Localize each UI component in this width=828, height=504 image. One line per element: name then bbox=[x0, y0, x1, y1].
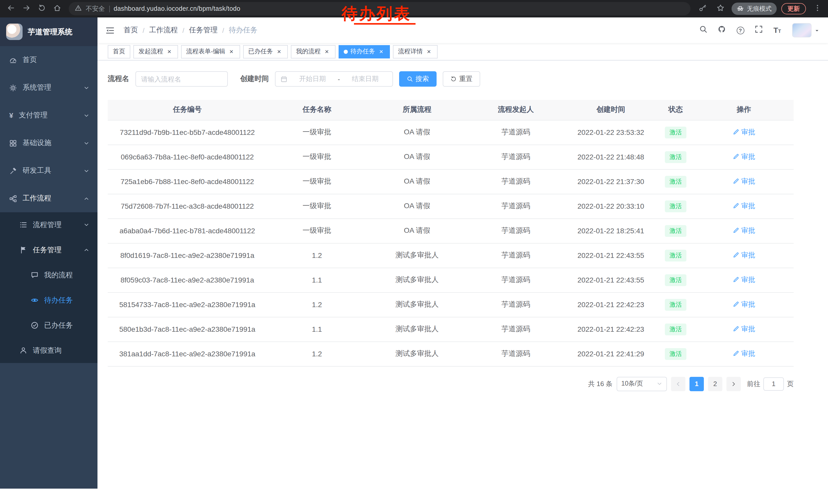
dashboard-icon bbox=[9, 56, 17, 64]
sidebar-item-devtools[interactable]: 研发工具 bbox=[0, 157, 97, 185]
forward-button[interactable] bbox=[19, 2, 33, 15]
cell-status: 激活 bbox=[657, 218, 694, 243]
table-row: 73211d9d-7b9b-11ec-b5b7-acde48001122一级审批… bbox=[108, 120, 794, 145]
tab-home[interactable]: 首页 bbox=[108, 45, 130, 58]
user-menu[interactable] bbox=[792, 23, 820, 37]
active-tab-dot bbox=[344, 49, 348, 54]
cell-action: 审批 bbox=[694, 169, 794, 194]
search-button[interactable]: 搜索 bbox=[399, 71, 437, 87]
cell-task-id: 8f0d1619-7ac8-11ec-a9e2-a2380e71991a bbox=[108, 243, 267, 268]
browser-update-button[interactable]: 更新 bbox=[781, 3, 806, 14]
github-button[interactable] bbox=[714, 22, 730, 38]
approve-button[interactable]: 审批 bbox=[733, 128, 755, 137]
edit-icon bbox=[733, 277, 739, 283]
fullscreen-button[interactable] bbox=[751, 22, 767, 38]
close-icon[interactable]: × bbox=[425, 48, 432, 55]
browser-actions: 无痕模式 更新 bbox=[696, 2, 824, 15]
approve-button[interactable]: 审批 bbox=[733, 275, 755, 284]
column-header: 状态 bbox=[657, 100, 694, 120]
breadcrumb-item-1[interactable]: 工作流程 bbox=[149, 26, 178, 35]
bookmark-star-button[interactable] bbox=[714, 2, 727, 15]
tab-done-tasks[interactable]: 已办任务× bbox=[243, 45, 288, 58]
browser-nav-buttons bbox=[4, 2, 64, 15]
close-icon[interactable]: × bbox=[323, 48, 330, 55]
table-row: a6aba0a4-7b6d-11ec-b781-acde48001122一级审批… bbox=[108, 218, 794, 243]
close-icon[interactable]: × bbox=[276, 48, 283, 55]
goto-page-input[interactable] bbox=[763, 377, 784, 391]
tasks-table: 任务编号任务名称所属流程流程发起人创建时间状态操作 73211d9d-7b9b-… bbox=[108, 100, 794, 366]
sidebar-item-payment[interactable]: ¥支付管理 bbox=[0, 101, 97, 129]
eye-icon bbox=[31, 296, 38, 304]
sidebar-item-infrastructure[interactable]: 基础设施 bbox=[0, 129, 97, 157]
cell-action: 审批 bbox=[694, 317, 794, 341]
column-header: 任务编号 bbox=[108, 100, 267, 120]
column-header: 创建时间 bbox=[565, 100, 657, 120]
sidebar-item-done-tasks[interactable]: 已办任务 bbox=[0, 313, 97, 338]
chevron-up-icon bbox=[84, 247, 89, 253]
breadcrumb-item-2[interactable]: 任务管理 bbox=[189, 26, 218, 35]
approve-button[interactable]: 审批 bbox=[733, 300, 755, 309]
tab-label: 发起流程 bbox=[138, 47, 163, 56]
logo[interactable]: 芋道管理系统 bbox=[0, 17, 97, 46]
page-button-2[interactable]: 2 bbox=[708, 377, 722, 391]
approve-button[interactable]: 审批 bbox=[733, 201, 755, 211]
tab-start-process[interactable]: 发起流程× bbox=[133, 45, 178, 58]
sidebar-item-label: 任务管理 bbox=[33, 245, 61, 255]
page-button-1[interactable]: 1 bbox=[690, 377, 704, 391]
cell-create-time: 2022-01-21 22:43:55 bbox=[565, 268, 657, 292]
close-icon[interactable]: × bbox=[378, 48, 385, 55]
breadcrumb-item-0[interactable]: 首页 bbox=[124, 26, 138, 35]
sidebar-item-leave-query[interactable]: 请假查询 bbox=[0, 338, 97, 363]
tab-form-edit[interactable]: 流程表单-编辑× bbox=[181, 45, 240, 58]
reload-button[interactable] bbox=[35, 2, 48, 15]
page-size-select[interactable]: 10条/页 bbox=[617, 377, 667, 391]
approve-button[interactable]: 审批 bbox=[733, 152, 755, 162]
edit-icon bbox=[733, 129, 739, 136]
cell-status: 激活 bbox=[657, 341, 694, 366]
back-button[interactable] bbox=[4, 2, 17, 15]
fontsize-button[interactable]: TT bbox=[770, 22, 785, 38]
close-icon[interactable]: × bbox=[228, 48, 235, 55]
sidebar-item-workflow[interactable]: 工作流程 bbox=[0, 185, 97, 212]
close-icon[interactable]: × bbox=[166, 48, 173, 55]
approve-button[interactable]: 审批 bbox=[733, 177, 755, 186]
sidebar-item-home[interactable]: 首页 bbox=[0, 46, 97, 74]
approve-button[interactable]: 审批 bbox=[733, 251, 755, 260]
sidebar-item-my-process[interactable]: 我的流程 bbox=[0, 263, 97, 288]
person-icon bbox=[19, 347, 27, 354]
sidebar-item-system[interactable]: 系统管理 bbox=[0, 74, 97, 101]
date-range-picker[interactable]: 开始日期 - 结束日期 bbox=[275, 71, 393, 87]
forward-icon bbox=[22, 4, 30, 13]
edit-icon bbox=[733, 153, 739, 160]
tab-label: 流程详情 bbox=[398, 47, 423, 56]
tab-todo-tasks[interactable]: 待办任务× bbox=[339, 45, 390, 58]
process-name-input[interactable] bbox=[135, 71, 228, 87]
next-page-button[interactable] bbox=[727, 377, 741, 391]
approve-button[interactable]: 审批 bbox=[733, 226, 755, 235]
column-header: 所属流程 bbox=[367, 100, 467, 120]
cell-task-name: 1.2 bbox=[267, 292, 367, 317]
reset-button[interactable]: 重置 bbox=[443, 71, 480, 87]
breadcrumb-separator: / bbox=[222, 27, 224, 34]
range-separator: - bbox=[338, 75, 340, 83]
password-key-button[interactable] bbox=[696, 2, 709, 15]
prev-page-button[interactable] bbox=[671, 377, 686, 391]
sidebar-item-todo-tasks[interactable]: 待办任务 bbox=[0, 288, 97, 313]
approve-button[interactable]: 审批 bbox=[733, 325, 755, 334]
sidebar-toggle-button[interactable] bbox=[106, 26, 114, 35]
question-button[interactable]: ? bbox=[733, 22, 748, 38]
approve-button[interactable]: 审批 bbox=[733, 349, 755, 358]
cell-initiator: 芋道源码 bbox=[467, 317, 565, 341]
tab-process-detail[interactable]: 流程详情× bbox=[393, 45, 438, 58]
tab-my-process[interactable]: 我的流程× bbox=[291, 45, 335, 58]
search-button[interactable] bbox=[696, 22, 711, 38]
cell-initiator: 芋道源码 bbox=[467, 218, 565, 243]
sidebar-item-process-management[interactable]: 流程管理 bbox=[0, 212, 97, 237]
sidebar-item-label: 研发工具 bbox=[23, 166, 51, 175]
sidebar-item-task-management[interactable]: 任务管理 bbox=[0, 237, 97, 263]
browser-menu-button[interactable] bbox=[811, 2, 824, 15]
cell-create-time: 2022-01-22 18:25:41 bbox=[565, 218, 657, 243]
home-button[interactable] bbox=[50, 2, 64, 15]
main-area: 首页/工作流程/任务管理/待办任务 ?TT 首页发起流程×流程表单-编辑×已办任… bbox=[97, 17, 828, 489]
cell-action: 审批 bbox=[694, 145, 794, 169]
